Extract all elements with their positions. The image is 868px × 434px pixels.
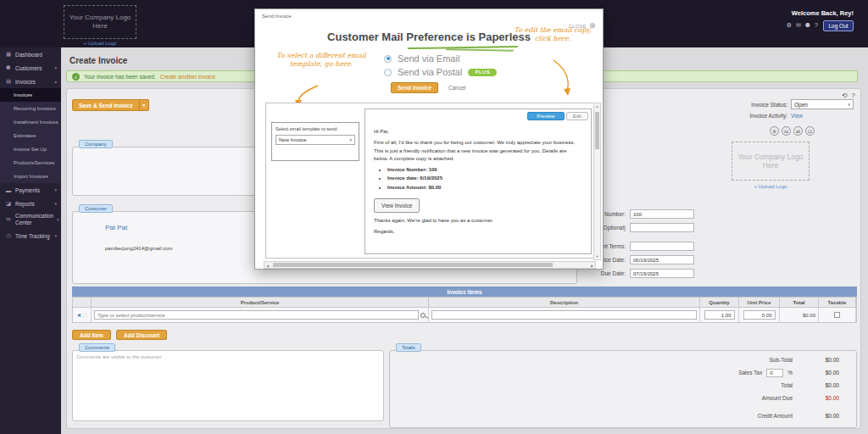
modal-vertical-scrollbar[interactable]: ▲ ▼ bbox=[593, 103, 601, 260]
undo-icon[interactable]: ⟲ bbox=[842, 92, 848, 99]
customer-name-link[interactable]: Pat Pat bbox=[105, 224, 127, 231]
modal-horizontal-scrollbar[interactable]: ◀ ▶ bbox=[264, 261, 596, 269]
help-icon[interactable]: ? bbox=[815, 22, 818, 29]
sidebar-subitem-products-services[interactable]: Products/Services bbox=[0, 156, 61, 170]
email-bullet: Invoice Amount: $0.00 bbox=[387, 184, 579, 192]
invoice-date-input[interactable] bbox=[630, 255, 694, 264]
radio-unselected-icon[interactable] bbox=[384, 69, 392, 76]
radio-selected-icon[interactable] bbox=[384, 55, 392, 63]
modal-cancel-link[interactable]: Cancel bbox=[448, 85, 465, 91]
vertical-scroll-thumb[interactable] bbox=[595, 112, 599, 149]
welcome-text: Welcome Back, Rey! bbox=[792, 9, 854, 17]
form-upload-logo-link[interactable]: + Upload Logo bbox=[732, 184, 810, 189]
send-via-postal-option[interactable]: Send via Postal PLUS bbox=[384, 67, 497, 77]
sidebar-item-invoices[interactable]: ▤ Invoices ▴ bbox=[0, 75, 61, 88]
sidebar-subitem-recurring-invoices[interactable]: Recurring Invoices bbox=[0, 102, 61, 115]
form-logo-placeholder[interactable]: Your Company Logo Here bbox=[732, 142, 810, 181]
column-description: Description bbox=[429, 298, 700, 307]
total-label: Total bbox=[781, 382, 793, 388]
modal-send-invoice-button[interactable]: Send Invoice bbox=[391, 82, 438, 93]
sidebar-item-dashboard[interactable]: ▦ Dashboard bbox=[0, 47, 61, 61]
scroll-down-arrow[interactable]: ▼ bbox=[594, 254, 600, 259]
email-bullet: Invoice date: 6/19/2025 bbox=[387, 175, 579, 182]
mail-icon[interactable]: ✉ bbox=[796, 22, 801, 29]
customer-section-tag: Customer bbox=[79, 204, 113, 213]
invoice-status-select[interactable]: Open ▾ bbox=[791, 99, 854, 109]
annotation-template: To select a different email template, go… bbox=[274, 52, 369, 70]
save-send-invoice-button[interactable]: Save & Send Invoice ▾ bbox=[72, 99, 149, 111]
upload-logo-link[interactable]: + Upload Logo bbox=[64, 41, 136, 46]
customers-icon: ⚉ bbox=[5, 64, 12, 71]
time-tracking-icon: ◷ bbox=[5, 232, 12, 239]
sidebar-subitem-installment-invoices[interactable]: Installment Invoices bbox=[0, 115, 61, 129]
credit-amount-row: Credit Amount $0.00 bbox=[390, 409, 856, 422]
invoice-status-label: Invoice Status: bbox=[751, 102, 787, 108]
gear-icon[interactable]: ⚙ bbox=[787, 22, 792, 29]
comments-textarea[interactable]: Comments are visible to the customer bbox=[72, 350, 384, 421]
payment-terms-input[interactable] bbox=[630, 242, 694, 251]
unit-price-input[interactable] bbox=[743, 310, 776, 320]
sidebar-subitem-invoices[interactable]: Invoices bbox=[0, 88, 61, 102]
copy-icon[interactable]: ⊞ bbox=[793, 126, 803, 136]
po-number-input[interactable] bbox=[630, 223, 694, 232]
green-underline-mark bbox=[446, 48, 514, 52]
column-quantity: Quantity bbox=[700, 298, 739, 307]
email-paragraph: First of all, I'd like to thank you for … bbox=[374, 139, 579, 163]
app-screen: Your Company Logo Here + Upload Logo Wel… bbox=[0, 0, 868, 434]
dashboard-icon: ▦ bbox=[5, 51, 12, 58]
edit-button[interactable]: Edit bbox=[566, 112, 588, 120]
quantity-input[interactable] bbox=[704, 310, 735, 320]
sidebar-subitem-import-invoices[interactable]: Import Invoices bbox=[0, 170, 61, 183]
preview-button[interactable]: Preview bbox=[527, 112, 564, 120]
invoice-action-icons: ⊕ ⊟ ⊞ ⊡ bbox=[770, 126, 815, 136]
send-via-postal-label: Send via Postal bbox=[398, 67, 462, 77]
taxable-checkbox[interactable] bbox=[834, 312, 840, 318]
product-service-input[interactable] bbox=[94, 310, 419, 320]
invoice-activity-view-link[interactable]: View bbox=[791, 113, 854, 119]
logout-button[interactable]: Log Out bbox=[823, 20, 854, 31]
email-preview-panel: Preview Edit Hi Pat, First of all, I'd l… bbox=[364, 108, 592, 254]
add-discount-button[interactable]: Add Discount bbox=[116, 330, 167, 340]
remove-row-icon[interactable]: ✖ bbox=[77, 313, 81, 318]
description-input[interactable] bbox=[431, 310, 697, 320]
add-item-button[interactable]: Add Item bbox=[72, 330, 111, 340]
view-invoice-button[interactable]: View Invoice bbox=[374, 198, 420, 213]
sidebar-item-payments[interactable]: ▬ Payments ▾ bbox=[0, 183, 61, 197]
topbar-icons: ⚙ ✉ ⚉ ? bbox=[787, 22, 818, 29]
drag-handle-icon[interactable]: ∷ bbox=[83, 312, 86, 318]
sales-tax-input[interactable] bbox=[766, 369, 783, 377]
totals-section-tag: Totals bbox=[396, 343, 421, 352]
printer-icon[interactable]: ⊟ bbox=[782, 126, 791, 136]
email-template-panel: Select email template to send: New Invoi… bbox=[271, 122, 359, 161]
template-select[interactable]: New Invoice ▾ bbox=[275, 135, 355, 145]
plus-badge: PLUS bbox=[468, 69, 497, 76]
sidebar-subitem-invoice-set-up[interactable]: Invoice Set Up bbox=[0, 142, 61, 156]
invoice-number-input[interactable] bbox=[630, 209, 694, 219]
scroll-left-arrow[interactable]: ◀ bbox=[266, 264, 269, 268]
column-product-service: Product/Service bbox=[92, 298, 429, 307]
send-via-email-option[interactable]: Send via Email bbox=[384, 53, 459, 64]
globe-icon[interactable]: ⊕ bbox=[770, 126, 779, 136]
scroll-up-arrow[interactable]: ▲ bbox=[594, 104, 600, 108]
chevron-down-icon[interactable]: ▾ bbox=[139, 100, 149, 110]
sidebar-subitem-estimates[interactable]: Estimates bbox=[0, 129, 61, 142]
scroll-right-arrow[interactable]: ▶ bbox=[591, 264, 593, 268]
total-row: Total $0.00 bbox=[390, 379, 856, 392]
sidebar-item-time-tracking[interactable]: ◷ Time Tracking ▾ bbox=[0, 229, 61, 242]
email-bullets: Invoice Number: 100 Invoice date: 6/19/2… bbox=[387, 166, 579, 192]
user-icon[interactable]: ⚉ bbox=[805, 22, 810, 29]
company-logo-placeholder[interactable]: Your Company Logo Here bbox=[64, 5, 136, 39]
create-another-invoice-link[interactable]: Create another invoice. bbox=[160, 74, 217, 80]
send-invoice-modal: Send Invoice CLOSE ⊗ Customer Mail Prefe… bbox=[254, 8, 604, 270]
check-icon: ✓ bbox=[72, 73, 80, 81]
due-date-input[interactable] bbox=[630, 269, 694, 278]
sidebar-item-reports[interactable]: ◪ Reports ▾ bbox=[0, 197, 61, 210]
search-icon[interactable] bbox=[420, 313, 426, 318]
help-icon[interactable]: ? bbox=[852, 92, 855, 99]
sidebar-item-communication-center[interactable]: ✉ Communication Center ▾ bbox=[0, 210, 61, 229]
sidebar-item-customers[interactable]: ⚉ Customers ▾ bbox=[0, 61, 61, 75]
column-total: Total bbox=[780, 298, 819, 307]
communication-icon: ✉ bbox=[5, 216, 12, 223]
horizontal-scroll-thumb[interactable] bbox=[273, 263, 553, 267]
display-icon[interactable]: ⊡ bbox=[805, 126, 815, 136]
